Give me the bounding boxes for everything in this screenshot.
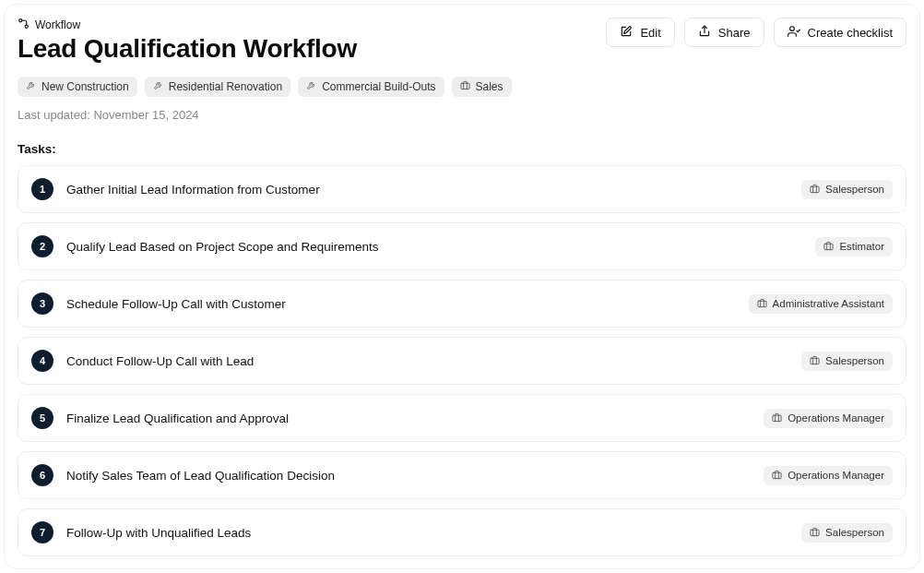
briefcase-icon — [810, 527, 820, 539]
briefcase-icon — [772, 412, 782, 424]
task-row[interactable]: 5Finalize Lead Qualification and Approva… — [18, 394, 906, 442]
task-row[interactable]: 1Gather Initial Lead Information from Cu… — [18, 165, 906, 213]
briefcase-icon — [810, 184, 820, 196]
briefcase-icon — [823, 241, 834, 253]
tag-commercial-build-outs[interactable]: Commercial Build-Outs — [298, 77, 444, 97]
wrench-icon — [306, 80, 316, 93]
svg-point-3 — [789, 27, 794, 31]
tag-label: New Construction — [41, 80, 129, 93]
tag-label: Residential Renovation — [169, 80, 282, 93]
task-title: Notify Sales Team of Lead Qualification … — [66, 469, 751, 483]
role-badge: Operations Manager — [764, 466, 893, 485]
task-row[interactable]: 4Conduct Follow-Up Call with Lead Salesp… — [18, 337, 906, 385]
task-number-badge: 6 — [31, 464, 53, 486]
tag-row: New Construction Residential Renovation … — [18, 77, 906, 97]
breadcrumb-label: Workflow — [35, 18, 80, 31]
breadcrumb[interactable]: Workflow — [18, 18, 357, 32]
role-label: Administrative Assistant — [773, 298, 884, 309]
task-number-badge: 4 — [31, 350, 53, 372]
svg-rect-5 — [811, 186, 819, 192]
svg-rect-8 — [811, 358, 819, 364]
briefcase-icon — [757, 298, 767, 310]
role-badge: Salesperson — [801, 523, 893, 543]
edit-icon — [620, 25, 633, 40]
page-title: Lead Qualification Workflow — [18, 34, 357, 64]
workflow-icon — [18, 18, 30, 32]
tag-sales[interactable]: Sales — [452, 77, 512, 97]
svg-rect-10 — [773, 472, 781, 478]
tag-new-construction[interactable]: New Construction — [18, 77, 137, 97]
share-button-label: Share — [718, 27, 751, 39]
tasks-heading: Tasks: — [18, 142, 906, 156]
task-title: Gather Initial Lead Information from Cus… — [66, 183, 788, 197]
role-label: Operations Manager — [788, 412, 884, 424]
task-row[interactable]: 7Follow-Up with Unqualified Leads Salesp… — [18, 508, 906, 556]
last-updated: Last updated: November 15, 2024 — [18, 108, 906, 122]
role-label: Operations Manager — [788, 470, 884, 481]
edit-button-label: Edit — [640, 27, 660, 39]
role-label: Salesperson — [825, 184, 884, 195]
role-badge: Salesperson — [801, 180, 893, 199]
svg-point-1 — [25, 25, 28, 28]
role-badge: Salesperson — [801, 352, 893, 371]
role-badge: Estimator — [815, 237, 893, 257]
svg-rect-4 — [460, 83, 468, 89]
task-list: 1Gather Initial Lead Information from Cu… — [18, 165, 906, 556]
share-button[interactable]: Share — [684, 18, 764, 47]
briefcase-icon — [460, 80, 470, 93]
task-number-badge: 7 — [31, 521, 53, 543]
svg-rect-6 — [824, 244, 833, 249]
role-badge: Administrative Assistant — [749, 294, 893, 314]
create-checklist-button-label: Create checklist — [808, 27, 893, 39]
edit-button[interactable]: Edit — [606, 18, 674, 47]
task-row[interactable]: 2Qualify Lead Based on Project Scope and… — [18, 222, 906, 270]
task-title: Conduct Follow-Up Call with Lead — [66, 354, 788, 368]
svg-rect-11 — [811, 530, 819, 535]
tag-label: Sales — [476, 80, 503, 93]
tag-residential-renovation[interactable]: Residential Renovation — [145, 77, 290, 97]
task-number-badge: 1 — [31, 178, 53, 200]
briefcase-icon — [772, 470, 782, 482]
wrench-icon — [26, 80, 36, 93]
wrench-icon — [153, 80, 163, 93]
role-badge: Operations Manager — [764, 409, 893, 428]
tag-label: Commercial Build-Outs — [322, 80, 435, 93]
user-check-icon — [788, 25, 800, 40]
task-row[interactable]: 3Schedule Follow-Up Call with Customer A… — [18, 280, 906, 328]
briefcase-icon — [810, 355, 820, 367]
svg-point-0 — [19, 19, 22, 22]
header-actions: Edit Share Create checkl — [606, 18, 906, 47]
task-number-badge: 3 — [31, 292, 53, 315]
role-label: Salesperson — [825, 355, 884, 366]
task-title: Finalize Lead Qualification and Approval — [66, 412, 751, 425]
role-label: Estimator — [839, 241, 884, 252]
create-checklist-button[interactable]: Create checklist — [774, 18, 906, 47]
role-label: Salesperson — [825, 527, 884, 538]
share-icon — [698, 25, 711, 40]
task-title: Qualify Lead Based on Project Scope and … — [66, 240, 802, 254]
svg-rect-9 — [773, 415, 781, 421]
task-number-badge: 5 — [31, 407, 53, 429]
task-number-badge: 2 — [31, 235, 53, 257]
svg-rect-7 — [757, 301, 765, 306]
task-title: Schedule Follow-Up Call with Customer — [66, 297, 736, 311]
task-row[interactable]: 6Notify Sales Team of Lead Qualification… — [18, 451, 906, 499]
task-title: Follow-Up with Unqualified Leads — [66, 526, 788, 540]
